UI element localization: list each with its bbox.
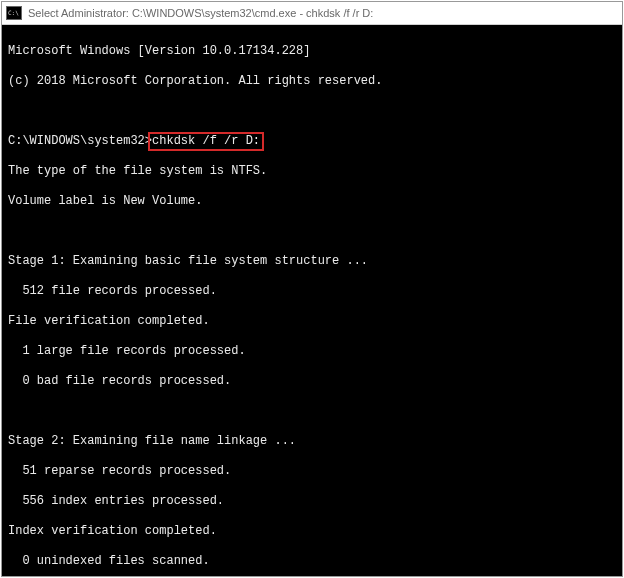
output-line: 51 reparse records processed. [8, 464, 616, 479]
blank-line [8, 224, 616, 239]
output-line: (c) 2018 Microsoft Corporation. All righ… [8, 74, 616, 89]
stage-header: Stage 2: Examining file name linkage ... [8, 434, 616, 449]
output-line: File verification completed. [8, 314, 616, 329]
window-titlebar[interactable]: Select Administrator: C:\WINDOWS\system3… [2, 2, 622, 25]
terminal-output[interactable]: Microsoft Windows [Version 10.0.17134.22… [2, 25, 622, 576]
blank-line [8, 104, 616, 119]
prompt-line: C:\WINDOWS\system32>chkdsk /f /r D: [8, 134, 616, 149]
output-line: 0 unindexed files scanned. [8, 554, 616, 569]
output-line: Volume label is New Volume. [8, 194, 616, 209]
output-line: 1 large file records processed. [8, 344, 616, 359]
output-line: The type of the file system is NTFS. [8, 164, 616, 179]
stage-header: Stage 1: Examining basic file system str… [8, 254, 616, 269]
prompt-path: C:\WINDOWS\system32> [8, 134, 152, 148]
cmd-window: Select Administrator: C:\WINDOWS\system3… [2, 2, 622, 576]
output-line: 512 file records processed. [8, 284, 616, 299]
command-highlight: chkdsk /f /r D: [150, 134, 262, 149]
cmd-icon [6, 6, 22, 20]
output-line: 0 bad file records processed. [8, 374, 616, 389]
output-line: Index verification completed. [8, 524, 616, 539]
blank-line [8, 404, 616, 419]
output-line: Microsoft Windows [Version 10.0.17134.22… [8, 44, 616, 59]
window-title: Select Administrator: C:\WINDOWS\system3… [28, 7, 373, 19]
output-line: 556 index entries processed. [8, 494, 616, 509]
